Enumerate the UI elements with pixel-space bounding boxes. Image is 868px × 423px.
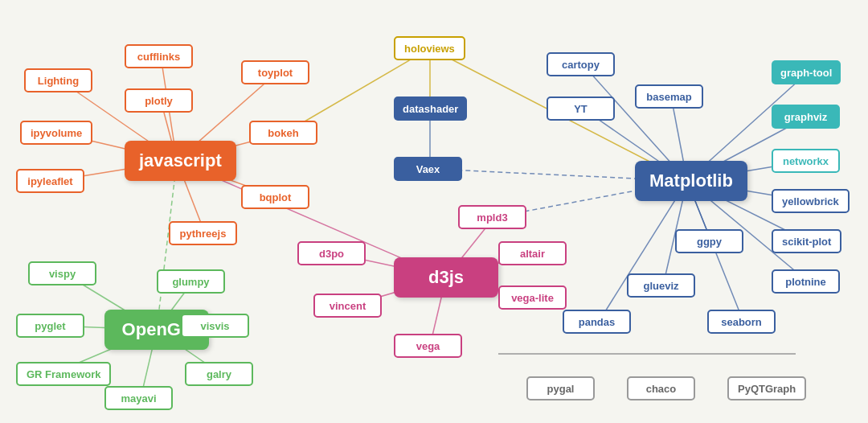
svg-line-29 [599, 181, 687, 322]
node-plotnine[interactable]: plotnine [772, 269, 840, 294]
node-vegalite[interactable]: vega-lite [498, 285, 567, 310]
node-ipyleaflet[interactable]: ipyleaflet [16, 169, 84, 193]
node-vaex[interactable]: Vaex [394, 157, 462, 181]
node-vispy[interactable]: vispy [28, 261, 96, 285]
node-galry[interactable]: galry [185, 362, 253, 386]
node-toyplot[interactable]: toyplot [241, 60, 309, 84]
node-grframework[interactable]: GR Framework [16, 362, 111, 386]
node-graphviz[interactable]: graphviz [772, 105, 840, 129]
node-mayavi[interactable]: mayavi [104, 386, 173, 410]
node-pygal[interactable]: pygal [526, 376, 595, 400]
node-javascript[interactable]: javascript [125, 141, 236, 181]
node-pyqtgraph[interactable]: PyQTGraph [727, 376, 806, 400]
node-cartopy[interactable]: cartopy [547, 52, 615, 76]
node-bokeh[interactable]: bokeh [249, 121, 317, 145]
node-datashader[interactable]: datashader [394, 97, 467, 121]
node-altair[interactable]: altair [498, 241, 567, 265]
node-cufflinks[interactable]: cufflinks [125, 44, 193, 68]
node-basemap[interactable]: basemap [635, 84, 703, 109]
node-chaco[interactable]: chaco [627, 376, 695, 400]
node-d3po[interactable]: d3po [297, 241, 366, 265]
node-plotly[interactable]: plotly [125, 88, 193, 113]
node-ipyvolume[interactable]: ipyvolume [20, 121, 92, 145]
node-vincent[interactable]: vincent [313, 294, 382, 318]
node-graphtool[interactable]: graph-tool [772, 60, 841, 84]
node-pandas[interactable]: pandas [563, 310, 631, 334]
node-visvis[interactable]: visvis [181, 314, 249, 338]
node-glueviz[interactable]: glueviz [627, 273, 695, 298]
node-networkx[interactable]: networkx [772, 149, 840, 173]
node-glumpy[interactable]: glumpy [157, 269, 225, 294]
node-pythreejs[interactable]: pythreejs [169, 221, 237, 245]
node-bqplot[interactable]: bqplot [241, 185, 309, 209]
node-vega[interactable]: vega [394, 334, 462, 358]
node-yellowbrick[interactable]: yellowbrick [772, 189, 850, 213]
node-lighting[interactable]: Lighting [24, 68, 92, 92]
node-scikitplot[interactable]: scikit-plot [772, 229, 841, 253]
node-matplotlib[interactable]: Matplotlib [635, 161, 747, 201]
node-yt[interactable]: YT [547, 97, 615, 121]
node-seaborn[interactable]: seaborn [707, 310, 776, 334]
node-pyglet[interactable]: pyglet [16, 314, 84, 338]
node-holoviews[interactable]: holoviews [394, 36, 465, 60]
node-d3js[interactable]: d3js [394, 257, 498, 298]
node-mpld3[interactable]: mpld3 [458, 205, 526, 229]
svg-line-9 [157, 161, 177, 330]
node-ggpy[interactable]: ggpy [675, 229, 743, 253]
